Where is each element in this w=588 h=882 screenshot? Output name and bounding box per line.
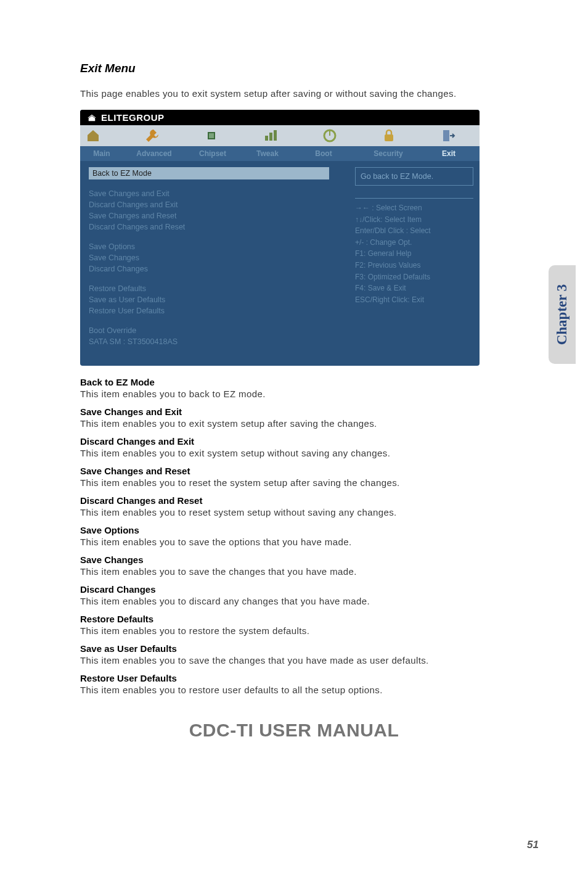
section-body: This item enables you to exit system set… xyxy=(80,418,508,429)
bios-menu-item[interactable]: Save as User Defaults xyxy=(89,294,341,305)
section-heading: Save Changes and Exit xyxy=(80,406,508,417)
section-heading: Save Options xyxy=(80,525,508,535)
section-heading: Restore Defaults xyxy=(80,614,508,624)
section-body: This item enables you to save the change… xyxy=(80,566,508,577)
home-icon xyxy=(85,128,101,144)
ecs-logo-icon xyxy=(86,113,97,122)
tab-security[interactable]: Security xyxy=(353,146,424,161)
bios-help-line: →← : Select Screen xyxy=(355,202,473,214)
section-body: This item enables you to discard any cha… xyxy=(80,596,508,606)
bios-help-box: →← : Select Screen ↑↓/Click: Select Item… xyxy=(355,198,473,305)
tab-chipset[interactable]: Chipset xyxy=(185,146,240,161)
bios-help-line: ESC/Right Click: Exit xyxy=(355,294,473,306)
section-body: This item enables you to save the option… xyxy=(80,537,508,547)
bios-menu-item[interactable]: SATA SM : ST3500418AS xyxy=(89,336,341,347)
bios-group-2: Save Options Save Changes Discard Change… xyxy=(89,241,341,274)
bios-group-1: Save Changes and Exit Discard Changes an… xyxy=(89,188,341,233)
bios-help-line: F1: General Help xyxy=(355,248,473,260)
section-body: This item enables you to restore user de… xyxy=(80,685,508,695)
section-heading: Save Changes xyxy=(80,554,508,565)
section-body: This item enables you to reset the syste… xyxy=(80,477,508,488)
bios-help-line: F3: Optimized Defaults xyxy=(355,271,473,283)
tweak-icon xyxy=(263,128,279,144)
bios-menu-item[interactable]: Save Changes and Reset xyxy=(89,210,341,221)
bios-menu-item[interactable]: Boot Override xyxy=(89,325,341,336)
lock-icon xyxy=(381,128,397,144)
section-heading: Discard Changes and Exit xyxy=(80,436,508,447)
tab-main[interactable]: Main xyxy=(80,146,123,161)
bios-menu-item[interactable]: Discard Changes and Exit xyxy=(89,199,341,210)
bios-menu-item[interactable]: Save Changes and Exit xyxy=(89,188,341,199)
bios-help-line: F2: Previous Values xyxy=(355,260,473,271)
tab-advanced[interactable]: Advanced xyxy=(123,146,185,161)
bios-tab-row: Main Advanced Chipset Tweak Boot Securit… xyxy=(80,146,480,161)
bios-menu-item[interactable]: Discard Changes and Reset xyxy=(89,221,341,233)
section: Back to EZ Mode This item enables you to… xyxy=(80,377,508,695)
chapter-side-tab: Chapter 3 xyxy=(549,265,576,364)
bios-menu-item[interactable]: Save Changes xyxy=(89,252,341,263)
section-body: This item enables you to back to EZ mode… xyxy=(80,389,508,399)
bios-right-panel: Go back to EZ Mode. →← : Select Screen ↑… xyxy=(350,161,480,366)
bios-help-line: ↑↓/Click: Select Item xyxy=(355,214,473,226)
bios-hint-box: Go back to EZ Mode. xyxy=(355,167,473,186)
bios-screenshot: ELITEGROUP xyxy=(80,110,480,366)
section-body: This item enables you to reset system se… xyxy=(80,507,508,517)
section-heading: Save Changes and Reset xyxy=(80,466,508,476)
manual-footer-title: CDC-TI USER MANUAL xyxy=(80,720,508,741)
page-intro: This page enables you to exit system set… xyxy=(80,86,508,101)
tab-tweak[interactable]: Tweak xyxy=(240,146,295,161)
bios-menu-item[interactable]: Save Options xyxy=(89,241,341,252)
bios-menu-item[interactable]: Restore User Defaults xyxy=(89,305,341,316)
bios-help-line: F4: Save & Exit xyxy=(355,282,473,294)
section-heading: Discard Changes and Reset xyxy=(80,495,508,506)
bios-left-panel: Back to EZ Mode Save Changes and Exit Di… xyxy=(80,161,350,366)
bios-brand-text: ELITEGROUP xyxy=(101,112,165,123)
section-body: This item enables you to restore the sys… xyxy=(80,625,508,636)
svg-rect-5 xyxy=(443,130,449,141)
power-icon xyxy=(322,128,338,144)
chapter-side-label: Chapter 3 xyxy=(554,284,570,345)
chip-icon xyxy=(203,128,219,144)
page-number: 51 xyxy=(527,839,539,851)
bios-help-line: +/- : Change Opt. xyxy=(355,237,473,249)
bios-icon-row xyxy=(80,125,480,146)
tab-exit[interactable]: Exit xyxy=(424,146,473,161)
bios-help-line: Enter/Dbl Click : Select xyxy=(355,225,473,237)
bios-group-3: Restore Defaults Save as User Defaults R… xyxy=(89,283,341,316)
page-title: Exit Menu xyxy=(80,62,508,75)
bios-menu-item[interactable]: Restore Defaults xyxy=(89,283,341,294)
section-body: This item enables you to exit system set… xyxy=(80,448,508,458)
section-heading: Save as User Defaults xyxy=(80,643,508,654)
bios-body: Back to EZ Mode Save Changes and Exit Di… xyxy=(80,161,480,366)
page-container: Exit Menu This page enables you to exit … xyxy=(0,0,588,778)
exit-door-icon xyxy=(440,128,456,144)
tab-boot[interactable]: Boot xyxy=(295,146,353,161)
bios-menu-item[interactable]: Discard Changes xyxy=(89,263,341,274)
svg-rect-3 xyxy=(329,130,330,136)
section-heading: Back to EZ Mode xyxy=(80,377,508,387)
section-body: This item enables you to save the change… xyxy=(80,655,508,666)
section-heading: Discard Changes xyxy=(80,584,508,595)
bios-brand-bar: ELITEGROUP xyxy=(80,110,480,125)
bios-group-4: Boot Override SATA SM : ST3500418AS xyxy=(89,325,341,347)
wrench-icon xyxy=(144,128,160,144)
svg-rect-4 xyxy=(385,134,393,141)
bios-selected-item[interactable]: Back to EZ Mode xyxy=(89,167,329,179)
svg-rect-1 xyxy=(209,133,214,138)
section-heading: Restore User Defaults xyxy=(80,673,508,683)
